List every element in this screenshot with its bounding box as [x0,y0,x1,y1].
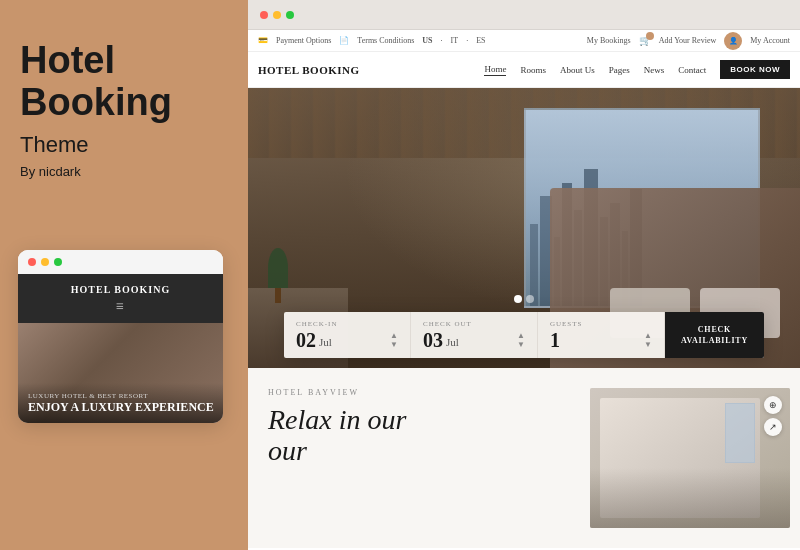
payment-icon: 💳 [258,36,268,45]
check-avail-line1: CHECK [698,324,731,335]
check-in-day[interactable]: 02 [296,330,316,350]
flag-es[interactable]: ES [476,36,485,45]
slider-dot-1[interactable] [514,295,522,303]
browser-dot-green[interactable] [286,11,294,19]
share-icon[interactable]: ↗ [764,418,782,436]
check-in-down[interactable]: ▼ [390,341,398,349]
browser-dot-yellow[interactable] [273,11,281,19]
nav-home[interactable]: Home [484,64,506,76]
hotel-tagline: Relax in our our [268,405,570,467]
cart-icon[interactable]: 🛒 [639,35,651,46]
mobile-hero-small: LUXURY HOTEL & BEST RESORT [28,392,214,400]
main-title: Hotel Booking [20,40,228,124]
check-out-down[interactable]: ▼ [517,341,525,349]
topbar-right: My Bookings 🛒 Add Your Review 👤 My Accou… [587,32,790,50]
mobile-card-header [18,250,223,274]
terms-icon: 📄 [339,36,349,45]
check-in-month: Jul [319,336,332,348]
guests-arrows[interactable]: ▲ ▼ [644,332,652,349]
browser-area: 💳 Payment Options 📄 Terms Conditions US … [248,0,800,550]
mobile-dot-yellow [41,258,49,266]
website-preview: 💳 Payment Options 📄 Terms Conditions US … [248,30,800,550]
check-in-label: CHECK-IN [296,320,398,328]
left-panel: Hotel Booking Theme By nicdark HOTEL BOO… [0,0,248,550]
nav-contact[interactable]: Contact [678,65,706,75]
nav-pages[interactable]: Pages [609,65,630,75]
lower-right-icons: ⊕ ↗ [764,396,782,436]
nav-about[interactable]: About Us [560,65,595,75]
guests-field: GUESTS 1 ▲ ▼ [538,312,665,358]
flag-separator2: · [466,36,468,45]
slider-dot-2[interactable] [526,295,534,303]
check-in-arrows[interactable]: ▲ ▼ [390,332,398,349]
mobile-dot-red [28,258,36,266]
navbar-logo: HOTEL BOOKING [258,64,360,76]
slider-dots [514,295,534,303]
topbar-left: 💳 Payment Options 📄 Terms Conditions US … [258,36,485,45]
nav-news[interactable]: News [644,65,665,75]
payment-options-link[interactable]: Payment Options [276,36,331,45]
sub-title: Theme [20,132,228,158]
mobile-preview-card: HOTEL BOOKING ≡ LUXURY HOTEL & BEST RESO… [18,250,223,423]
mobile-menu-icon: ≡ [26,299,215,315]
check-avail-line2: AVAILABILITY [681,335,748,346]
wifi-icon: ⊕ [764,396,782,414]
user-avatar[interactable]: 👤 [724,32,742,50]
cart-badge [646,32,654,40]
lower-right-image [590,388,790,528]
mobile-nav-bar: HOTEL BOOKING ≡ [18,274,223,323]
guests-label: GUESTS [550,320,652,328]
lower-right-image-area: ⊕ ↗ [590,388,790,538]
nav-rooms[interactable]: Rooms [520,65,546,75]
check-out-month: Jul [446,336,459,348]
tagline-line2: our [268,435,307,466]
flag-separator: · [441,36,443,45]
guests-value-row: 1 ▲ ▼ [550,330,652,350]
add-review-link[interactable]: Add Your Review [659,36,717,45]
hotel-subtitle: HOTEL BAYVIEW [268,388,570,397]
check-out-value-row: 03 Jul ▲ ▼ [423,330,525,350]
booking-bar: CHECK-IN 02 Jul ▲ ▼ CHECK OUT [284,312,764,358]
check-out-field: CHECK OUT 03 Jul ▲ ▼ [411,312,538,358]
browser-dot-red[interactable] [260,11,268,19]
check-availability-button[interactable]: CHECK AVAILABILITY [665,312,764,358]
mobile-logo: HOTEL BOOKING [71,284,170,295]
lower-section: HOTEL BAYVIEW Relax in our our ⊕ ↗ [248,368,800,548]
mobile-hero-big: ENJOY A LUXURY EXPERIENCE [28,400,214,415]
lower-left-content: HOTEL BAYVIEW Relax in our our [258,388,580,538]
check-out-arrows[interactable]: ▲ ▼ [517,332,525,349]
check-out-day[interactable]: 03 [423,330,443,350]
flag-us[interactable]: US [422,36,432,45]
check-in-value-row: 02 Jul ▲ ▼ [296,330,398,350]
check-in-field: CHECK-IN 02 Jul ▲ ▼ [284,312,411,358]
check-out-up[interactable]: ▲ [517,332,525,340]
navbar: HOTEL BOOKING Home Rooms About Us Pages … [248,52,800,88]
check-out-label: CHECK OUT [423,320,525,328]
guests-up[interactable]: ▲ [644,332,652,340]
guests-count[interactable]: 1 [550,330,560,350]
mobile-hero-image: LUXURY HOTEL & BEST RESORT ENJOY A LUXUR… [18,323,223,423]
user-name[interactable]: My Account [750,36,790,45]
hero-section: CHECK-IN 02 Jul ▲ ▼ CHECK OUT [248,88,800,368]
book-now-button[interactable]: BOOK NOW [720,60,790,79]
navbar-links: Home Rooms About Us Pages News Contact B… [484,60,790,79]
topbar: 💳 Payment Options 📄 Terms Conditions US … [248,30,800,52]
check-in-up[interactable]: ▲ [390,332,398,340]
my-bookings-link[interactable]: My Bookings [587,36,631,45]
flag-it[interactable]: IT [451,36,459,45]
mobile-dot-green [54,258,62,266]
by-text: By nicdark [20,164,228,179]
mobile-hero-text: LUXURY HOTEL & BEST RESORT ENJOY A LUXUR… [28,392,214,415]
guests-down[interactable]: ▼ [644,341,652,349]
browser-chrome [248,0,800,30]
terms-conditions-link[interactable]: Terms Conditions [357,36,414,45]
